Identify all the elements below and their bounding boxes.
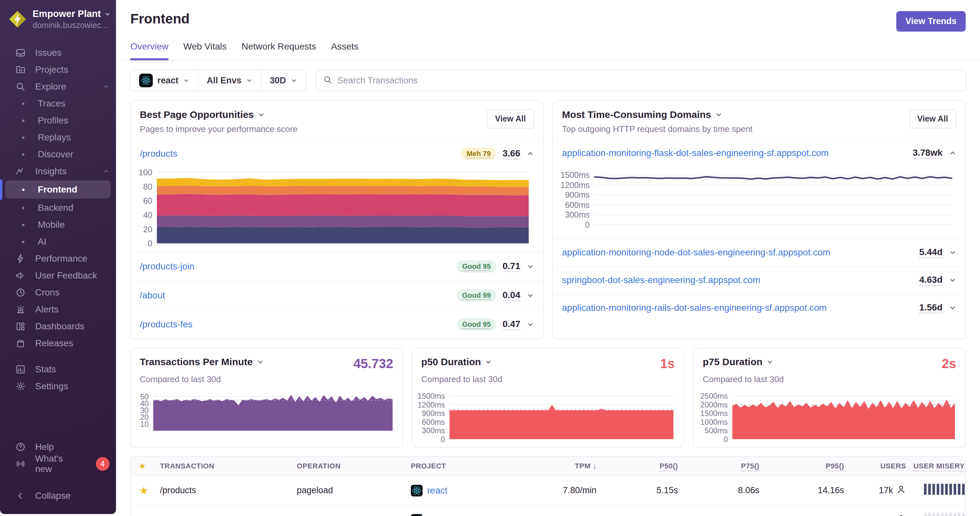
view-all-button[interactable]: View All <box>909 109 956 129</box>
transaction-link[interactable]: /products <box>160 485 297 495</box>
sidebar-item-profiles[interactable]: Profiles <box>0 112 116 129</box>
sidebar-item-projects[interactable]: Projects <box>0 61 116 78</box>
page-link[interactable]: /products <box>140 149 177 159</box>
lightning-icon <box>15 253 26 264</box>
svg-text:1500ms: 1500ms <box>560 170 590 179</box>
chevron-down-icon[interactable] <box>715 111 722 118</box>
org-logo <box>8 10 27 29</box>
whats-new-badge: 4 <box>96 457 110 471</box>
domain-time-value: 4.63d <box>919 275 943 286</box>
collapsed-row: application-monitoring-rails-dot-sales-e… <box>553 294 965 322</box>
chevron-up-icon[interactable] <box>527 150 534 157</box>
sidebar-item-collapse[interactable]: Collapse <box>0 487 116 504</box>
sidebar-item-replays[interactable]: Replays <box>0 129 116 146</box>
column-header-operation[interactable]: OPERATION <box>297 462 411 470</box>
page-link[interactable]: /products-fes <box>140 319 192 330</box>
org-email: dominik.buszowiec... <box>33 21 111 30</box>
page-header: Frontend View Trends OverviewWeb VitalsN… <box>116 0 980 60</box>
score-badge: Good 99 <box>457 289 496 302</box>
sidebar-item-performance[interactable]: Performance <box>0 250 116 267</box>
column-header-p50[interactable]: P50() <box>597 462 678 470</box>
column-header-transaction[interactable]: TRANSACTION <box>160 462 297 470</box>
tab-network-requests[interactable]: Network Requests <box>242 41 317 60</box>
tab-assets[interactable]: Assets <box>331 41 358 60</box>
domain-link[interactable]: application-monitoring-node-dot-sales-en… <box>562 247 830 258</box>
chevron-up-icon[interactable] <box>949 149 956 157</box>
transaction-link[interactable]: /products <box>160 515 297 516</box>
card-subtitle: Top outgoing HTTP request domains by tim… <box>562 124 752 134</box>
table-row[interactable]: ★ /products navigation react <0.01/min 1… <box>130 505 965 516</box>
sidebar-item-traces[interactable]: Traces <box>0 95 116 112</box>
chevron-down-icon[interactable] <box>949 249 956 256</box>
page-link[interactable]: /about <box>140 290 165 301</box>
collapsed-row: /about Good 99 0.04 <box>130 281 543 310</box>
opportunity-score: 0.71 <box>503 261 520 272</box>
svg-text:2500ms: 2500ms <box>700 392 728 400</box>
sidebar-item-crons[interactable]: Crons <box>0 284 116 301</box>
sidebar-item-settings[interactable]: Settings <box>0 378 116 395</box>
environment-filter[interactable]: All Envs <box>198 70 261 91</box>
tab-web-vitals[interactable]: Web Vitals <box>183 41 227 60</box>
sidebar-item-dashboards[interactable]: Dashboards <box>0 318 116 335</box>
domain-link[interactable]: application-monitoring-rails-dot-sales-e… <box>562 303 827 313</box>
project-filter[interactable]: react <box>130 70 198 91</box>
date-range-filter[interactable]: 30D <box>261 70 305 91</box>
chevron-down-icon[interactable] <box>949 276 956 284</box>
column-header-p75[interactable]: P75() <box>678 462 759 470</box>
chevron-down-icon[interactable] <box>766 358 773 365</box>
dashboards-icon <box>15 321 26 332</box>
chevron-down-icon[interactable] <box>527 321 534 328</box>
chevron-up-icon <box>103 168 110 175</box>
search-input[interactable] <box>337 76 958 86</box>
view-trends-button[interactable]: View Trends <box>896 11 966 32</box>
metric-title: p75 Duration <box>703 356 762 367</box>
sidebar-item-issues[interactable]: Issues <box>0 44 116 61</box>
chevron-down-icon[interactable] <box>527 263 534 270</box>
column-header-p95[interactable]: P95() <box>759 462 844 470</box>
sidebar-item-stats[interactable]: Stats <box>0 361 116 378</box>
chevron-down-icon[interactable] <box>257 358 264 365</box>
sidebar-item-user-feedback[interactable]: User Feedback <box>0 267 116 284</box>
view-all-button[interactable]: View All <box>487 109 534 129</box>
page-link[interactable]: /products-join <box>140 261 194 271</box>
svg-text:300ms: 300ms <box>565 210 590 219</box>
content: react All Envs 30D <box>116 60 980 516</box>
sidebar-item-releases[interactable]: Releases <box>0 335 116 352</box>
chevron-down-icon[interactable] <box>485 358 492 365</box>
chevron-down-icon <box>104 11 111 17</box>
star-icon[interactable]: ★ <box>139 484 160 497</box>
tab-overview[interactable]: Overview <box>130 41 169 60</box>
sidebar-item-what-s-new[interactable]: What's new4 <box>0 456 116 472</box>
domain-link[interactable]: springboot-dot-sales-engineering-sf.apps… <box>562 275 760 285</box>
metric-card-p75-duration: p75 Duration 2s Compared to last 30d 050… <box>693 348 966 447</box>
svg-text:500ms: 500ms <box>705 427 728 435</box>
sidebar-item-ai[interactable]: AI <box>0 233 116 250</box>
releases-icon <box>15 338 26 349</box>
chevron-down-icon[interactable] <box>527 292 534 299</box>
org-switcher[interactable]: Empower Plant dominik.buszowiec... <box>0 8 116 33</box>
sidebar-item-alerts[interactable]: Alerts <box>0 301 116 318</box>
column-header-tpm[interactable]: TPM ↓ <box>515 462 597 470</box>
star-icon[interactable]: ★ <box>139 514 160 516</box>
sidebar-item-frontend[interactable]: Frontend <box>5 181 111 199</box>
chevron-down-icon[interactable] <box>258 111 265 118</box>
project-link[interactable]: react <box>427 515 447 516</box>
sidebar-group-explore[interactable]: Explore <box>0 78 116 95</box>
megaphone-icon <box>15 270 26 281</box>
sidebar-item-discover[interactable]: Discover <box>0 146 116 163</box>
project-link[interactable]: react <box>427 485 447 496</box>
table-row[interactable]: ★ /products pageload react 7.80/min 5.15… <box>130 476 965 505</box>
sidebar-item-mobile[interactable]: Mobile <box>0 216 116 233</box>
sidebar-item-backend[interactable]: Backend <box>0 199 116 216</box>
column-header-project[interactable]: PROJECT <box>411 462 515 470</box>
chevron-down-icon[interactable] <box>949 304 956 311</box>
domain-row-expanded: application-monitoring-flask-dot-sales-e… <box>553 141 965 165</box>
domain-link[interactable]: application-monitoring-flask-dot-sales-e… <box>562 148 829 158</box>
sidebar-item-help[interactable]: Help <box>0 438 116 456</box>
column-header-users[interactable]: USERS <box>844 462 906 470</box>
column-header-user-misery[interactable]: USER MISERY <box>906 462 965 470</box>
domain-time-value: 5.44d <box>919 247 943 258</box>
operation-cell: navigation <box>297 515 411 516</box>
sidebar-group-insights[interactable]: Insights <box>0 163 116 180</box>
chart-line-icon <box>15 166 26 177</box>
